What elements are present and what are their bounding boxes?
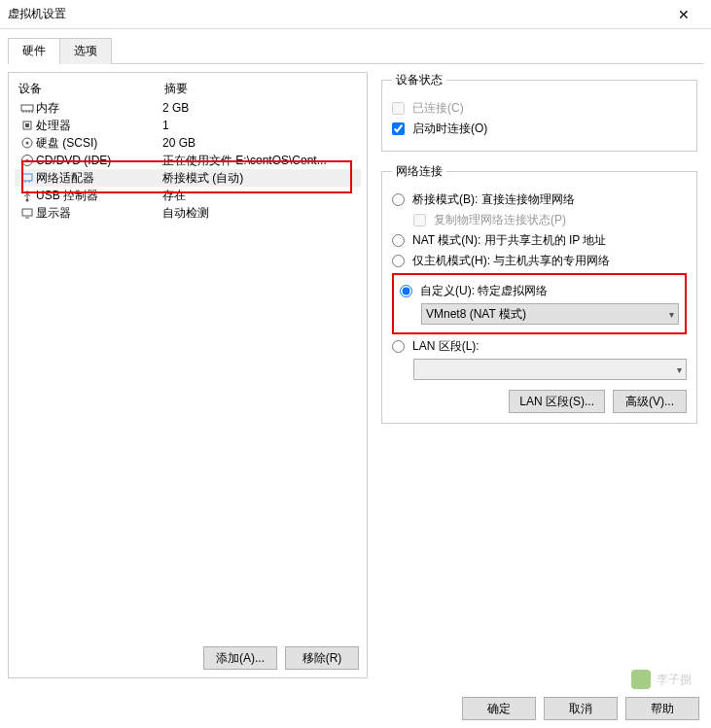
lanseg-radio[interactable]: LAN 区段(L):	[392, 338, 687, 355]
hw-summary: 1	[162, 119, 357, 132]
hw-row-memory[interactable]: 内存 2 GB	[15, 99, 361, 117]
connect-at-power-input[interactable]	[392, 122, 405, 135]
hw-summary: 20 GB	[162, 136, 357, 150]
hardware-header: 设备 摘要	[15, 79, 361, 99]
hw-name: 网络适配器	[36, 170, 162, 187]
hw-row-cpu[interactable]: 处理器 1	[15, 117, 361, 134]
custom-input[interactable]	[400, 285, 412, 297]
lanseg-select: ▾	[413, 359, 687, 380]
memory-icon	[18, 101, 36, 115]
hw-summary: 自动检测	[162, 205, 357, 222]
hostonly-radio[interactable]: 仅主机模式(H): 与主机共享的专用网络	[392, 253, 687, 269]
help-button[interactable]: 帮助	[625, 697, 699, 720]
titlebar: 虚拟机设置 ✕	[0, 0, 711, 29]
hw-name: 内存	[36, 100, 162, 117]
network-icon	[18, 171, 36, 185]
disc-icon	[18, 154, 36, 167]
custom-network-value: VMnet8 (NAT 模式)	[426, 306, 526, 323]
hw-name: 硬盘 (SCSI)	[36, 135, 162, 152]
svg-point-8	[26, 142, 29, 145]
advanced-button[interactable]: 高级(V)...	[613, 390, 687, 413]
close-icon[interactable]: ✕	[664, 7, 703, 22]
hw-row-network[interactable]: 网络适配器 桥接模式 (自动)	[15, 169, 361, 187]
lanseg-input[interactable]	[392, 340, 405, 353]
hostonly-input[interactable]	[392, 255, 405, 267]
connected-input	[392, 102, 405, 115]
hw-row-cddvd[interactable]: CD/DVD (IDE) 正在使用文件 E:\centOS\Cent...	[15, 152, 361, 169]
window-title: 虚拟机设置	[8, 6, 664, 22]
replicate-checkbox: 复制物理网络连接状态(P)	[413, 212, 687, 228]
svg-rect-11	[22, 174, 32, 181]
tab-strip: 硬件 选项	[8, 37, 703, 64]
chevron-down-icon: ▾	[669, 309, 674, 320]
highlight-custom-box: 自定义(U): 特定虚拟网络 VMnet8 (NAT 模式) ▾	[392, 273, 687, 334]
svg-point-10	[26, 159, 28, 161]
svg-rect-15	[22, 209, 32, 216]
bridged-input[interactable]	[392, 193, 405, 206]
bridged-radio[interactable]: 桥接模式(B): 直接连接物理网络	[392, 191, 687, 208]
hw-summary: 2 GB	[162, 101, 357, 115]
svg-point-14	[26, 199, 29, 202]
custom-radio[interactable]: 自定义(U): 特定虚拟网络	[400, 283, 679, 299]
hw-row-hdd[interactable]: 硬盘 (SCSI) 20 GB	[15, 134, 361, 152]
chevron-down-icon: ▾	[677, 364, 682, 375]
hw-name: 处理器	[36, 118, 162, 134]
col-device: 设备	[18, 81, 164, 97]
hw-name: 显示器	[36, 205, 162, 222]
usb-icon	[18, 189, 36, 202]
hardware-panel: 设备 摘要 内存 2 GB 处理器 1 硬盘 (SCSI) 20 GB CD/D…	[8, 72, 368, 678]
content-area: 设备 摘要 内存 2 GB 处理器 1 硬盘 (SCSI) 20 GB CD/D…	[0, 64, 711, 686]
svg-point-9	[22, 156, 33, 166]
lan-segments-button[interactable]: LAN 区段(S)...	[509, 390, 605, 413]
custom-network-select[interactable]: VMnet8 (NAT 模式) ▾	[421, 303, 679, 325]
device-status-group: 设备状态 已连接(C) 启动时连接(O)	[381, 72, 697, 152]
hw-summary: 存在	[162, 188, 357, 204]
nat-radio[interactable]: NAT 模式(N): 用于共享主机的 IP 地址	[392, 232, 687, 249]
svg-rect-0	[21, 105, 33, 111]
tab-options[interactable]: 选项	[59, 38, 112, 64]
add-button[interactable]: 添加(A)...	[203, 646, 277, 670]
display-icon	[18, 206, 36, 220]
svg-rect-6	[25, 123, 29, 127]
replicate-input	[413, 214, 426, 226]
connect-at-power-checkbox[interactable]: 启动时连接(O)	[392, 121, 687, 137]
hw-name: CD/DVD (IDE)	[36, 154, 162, 167]
hw-summary: 桥接模式 (自动)	[162, 170, 357, 187]
col-summary: 摘要	[164, 81, 188, 97]
connected-checkbox: 已连接(C)	[392, 100, 687, 117]
hw-name: USB 控制器	[36, 188, 162, 204]
network-connection-group: 网络连接 桥接模式(B): 直接连接物理网络 复制物理网络连接状态(P) NAT…	[381, 163, 697, 424]
ok-button[interactable]: 确定	[462, 697, 536, 720]
tab-hardware[interactable]: 硬件	[8, 38, 60, 64]
hw-summary: 正在使用文件 E:\centOS\Cent...	[162, 153, 357, 169]
hdd-icon	[18, 136, 36, 150]
nat-input[interactable]	[392, 234, 405, 247]
dialog-footer: 确定 取消 帮助	[462, 697, 699, 720]
detail-panel: 设备状态 已连接(C) 启动时连接(O) 网络连接 桥接模式(B): 直接连接物…	[375, 72, 703, 678]
hw-row-display[interactable]: 显示器 自动检测	[15, 204, 361, 222]
cpu-icon	[18, 119, 36, 132]
remove-button[interactable]: 移除(R)	[285, 646, 359, 670]
hw-row-usb[interactable]: USB 控制器 存在	[15, 187, 361, 204]
device-status-legend: 设备状态	[392, 72, 446, 88]
network-legend: 网络连接	[392, 163, 446, 180]
cancel-button[interactable]: 取消	[544, 697, 618, 720]
